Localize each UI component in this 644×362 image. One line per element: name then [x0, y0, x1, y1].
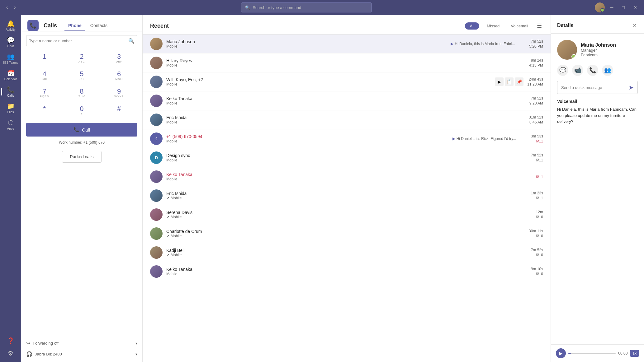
dial-key-6[interactable]: 6 MNO	[101, 67, 137, 84]
call-action-notes-3[interactable]: 📋	[505, 77, 514, 86]
details-company: Fabricam	[581, 53, 616, 57]
call-button[interactable]: 📞 Call	[26, 123, 137, 137]
dial-key-7[interactable]: 7 PQRS	[26, 85, 63, 102]
call-phone-icon: 📞	[73, 127, 79, 132]
details-title: Details	[557, 23, 631, 28]
sidebar-item-files[interactable]: 📁 Files	[1, 100, 20, 116]
dialpad-search[interactable]: 🔍	[26, 35, 137, 46]
play-pause-button[interactable]: ▶	[556, 348, 566, 358]
tab-phone[interactable]: Phone	[64, 21, 85, 31]
call-item-5[interactable]: Eric Ishida Mobile 31m 52s 8:45 AM	[143, 110, 551, 129]
call-item-2[interactable]: Hillary Reyes Mobile 8m 24s 4:13 PM	[143, 53, 551, 72]
details-chat-button[interactable]: 💬	[557, 65, 568, 76]
call-time-3: 11:23 AM	[527, 82, 543, 86]
sidebar-item-teams[interactable]: 👥 883 Teams	[1, 50, 20, 67]
call-item-1[interactable]: Maria Johnson Mobile ▶ Hi Daniela, this …	[143, 35, 551, 53]
call-type-13: Mobile	[166, 272, 527, 276]
dial-key-9[interactable]: 9 WXYZ	[101, 85, 137, 102]
sidebar-item-apps[interactable]: ⬡ Apps	[1, 116, 20, 133]
call-duration-3: 24m 43s	[529, 77, 543, 81]
call-item-13[interactable]: Keiko Tanaka Mobile 9m 10s 6/10	[143, 262, 551, 281]
sidebar-item-settings[interactable]: ⚙	[1, 347, 20, 360]
tab-contacts[interactable]: Contacts	[87, 21, 111, 31]
dial-key-3[interactable]: 3 DEF	[101, 50, 137, 67]
call-item-3[interactable]: Will, Kayo, Eric, +2 Mobile ▶ 📋 📌 24m 43…	[143, 72, 551, 91]
call-duration-10: 12m	[536, 210, 543, 214]
back-button[interactable]: ‹	[4, 3, 10, 12]
call-item-7[interactable]: D Design sync Mobile 7m 52s 6/11	[143, 148, 551, 167]
call-item-4[interactable]: Keiko Tanaka Mobile 7m 52s 9:20 AM	[143, 91, 551, 110]
parked-calls-button[interactable]: Parked calls	[62, 151, 101, 163]
dial-key-1[interactable]: 1	[26, 50, 63, 67]
forwarding-item[interactable]: ↪ Forwarding off ▾	[26, 339, 137, 347]
call-item-12[interactable]: Kadji Bell ↗ Mobile 7m 52s 6/10	[143, 243, 551, 262]
call-action-play-3[interactable]: ▶	[495, 77, 504, 86]
calls-footer: ↪ Forwarding off ▾ 🎧 Jabra Biz 2400 ▾	[21, 335, 142, 362]
sidebar-item-calendar[interactable]: 📅 Calendar	[1, 67, 20, 83]
close-button[interactable]: ✕	[630, 4, 640, 11]
details-close-button[interactable]: ✕	[631, 21, 638, 30]
call-name-9: Eric Ishida	[166, 191, 527, 196]
call-duration-4: 7m 52s	[531, 96, 543, 100]
device-item[interactable]: 🎧 Jabra Biz 2400 ▾	[26, 350, 137, 358]
sidebar-item-chat[interactable]: 💬 Chat	[1, 34, 20, 50]
call-type-4: Mobile	[166, 101, 526, 105]
details-call-button[interactable]: 📞	[587, 65, 598, 76]
audio-progress-bar[interactable]	[568, 353, 616, 354]
dial-key-hash[interactable]: #	[101, 102, 137, 119]
send-message-button[interactable]: ➤	[628, 84, 634, 91]
filter-menu-icon[interactable]: ☰	[536, 21, 543, 30]
call-name-11: Charlotte de Crum	[166, 229, 525, 234]
audio-speed-button[interactable]: 1x	[630, 350, 639, 357]
call-type-8: Mobile	[166, 177, 532, 181]
avatar-keiko-3	[150, 265, 163, 278]
sidebar: 🔔 Activity 💬 Chat 👥 883 Teams 📅 Calendar…	[0, 15, 21, 362]
details-add-button[interactable]: 👥	[602, 65, 613, 76]
call-name-2: Hillary Reyes	[166, 58, 525, 63]
sidebar-item-calls[interactable]: 📞 Calls	[1, 83, 20, 100]
call-item-8[interactable]: Keiko Tanaka Mobile 6/11	[143, 167, 551, 186]
sidebar-label-calendar: Calendar	[4, 77, 17, 81]
call-type-3: Mobile	[166, 82, 491, 86]
call-type-6: Mobile	[166, 139, 449, 143]
forwarding-label: Forwarding off	[33, 341, 59, 346]
details-video-button[interactable]: 📹	[572, 65, 583, 76]
dial-key-star[interactable]: *	[26, 102, 63, 119]
sidebar-item-help[interactable]: ❓	[1, 335, 20, 347]
sidebar-item-activity[interactable]: 🔔 Activity	[1, 17, 20, 34]
search-bar[interactable]: 🔍 Search or type a command	[241, 2, 372, 12]
user-avatar[interactable]	[595, 2, 605, 12]
message-input-container[interactable]: ➤	[557, 81, 638, 94]
device-chevron-icon: ▾	[135, 352, 137, 356]
filter-voicemail-button[interactable]: Voicemail	[507, 22, 532, 30]
avatar-keiko-1	[150, 95, 163, 107]
filter-all-button[interactable]: All	[465, 22, 479, 30]
call-item-9[interactable]: Eric Ishida ↗ Mobile 1m 23s 6/11	[143, 186, 551, 205]
call-time-5: 8:45 AM	[529, 120, 543, 124]
call-item-10[interactable]: Serena Davis ↗ Mobile 12m 6/10	[143, 205, 551, 224]
details-role: Manager	[581, 48, 616, 53]
call-type-5: Mobile	[166, 120, 525, 124]
calls-title: Calls	[44, 22, 57, 29]
forward-button[interactable]: ›	[12, 3, 18, 12]
call-meta-1: 7m 52s 5:20 PM	[529, 39, 543, 49]
calls-panel: 📞 Calls Phone Contacts 🔍 1 2 ABC	[21, 15, 143, 362]
dial-key-4[interactable]: 4 GHI	[26, 67, 63, 84]
details-actions: 💬 📹 📞 👥	[557, 65, 638, 76]
filter-missed-button[interactable]: Missed	[483, 22, 503, 30]
dial-key-8[interactable]: 8 TUV	[64, 85, 100, 102]
dialpad-search-input[interactable]	[29, 39, 128, 43]
call-action-more-3[interactable]: 📌	[515, 77, 523, 86]
dial-key-5[interactable]: 5 JKL	[64, 67, 100, 84]
maximize-button[interactable]: □	[619, 4, 628, 11]
call-name-3: Will, Kayo, Eric, +2	[166, 77, 491, 82]
call-time-9: 6/11	[536, 196, 543, 200]
call-item-11[interactable]: Charlotte de Crum ↗ Mobile 30m 11s 6/10	[143, 224, 551, 243]
minimize-button[interactable]: ─	[607, 4, 617, 11]
message-input[interactable]	[561, 85, 626, 90]
call-time-10: 6/10	[536, 215, 543, 219]
dial-key-2[interactable]: 2 ABC	[64, 50, 100, 67]
dial-key-0[interactable]: 0 +	[64, 102, 100, 119]
call-type-9: ↗ Mobile	[166, 196, 527, 200]
call-item-6[interactable]: ? +1 (509) 670-0594 Mobile ▶ Hi Daniela,…	[143, 129, 551, 148]
